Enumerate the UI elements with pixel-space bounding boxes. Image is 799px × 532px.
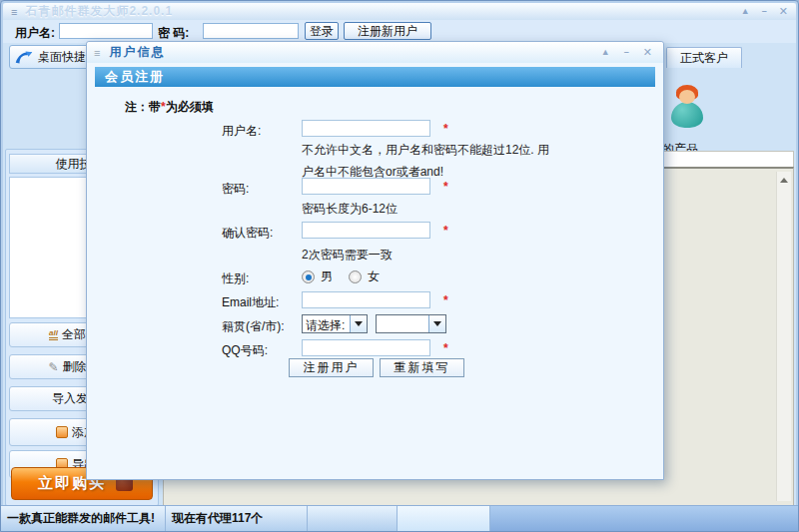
female-label: 女: [368, 268, 380, 285]
reg-username-label: 用户名:: [222, 123, 261, 140]
required-star: *: [443, 122, 448, 136]
chevron-down-icon[interactable]: [428, 315, 445, 332]
username-input[interactable]: [59, 23, 153, 39]
arrow-swoosh-icon: [15, 50, 33, 65]
required-star: *: [443, 341, 448, 355]
status-agent-count: 现在有代理117个: [166, 506, 308, 531]
qq-input[interactable]: [302, 339, 430, 356]
radio-female[interactable]: [349, 270, 362, 283]
desktop-shortcut-label: 桌面快捷: [38, 49, 86, 66]
dialog-minimize-icon[interactable]: –: [624, 48, 629, 57]
customer-person-icon: [668, 85, 708, 131]
dialog-window-controls: ▲ – ✕: [601, 48, 652, 57]
document-icon: [56, 426, 68, 438]
confirm-password-label: 确认密码:: [222, 225, 273, 242]
password-label: 密 码:: [158, 25, 189, 42]
chevron-down-icon[interactable]: [350, 315, 367, 332]
province-selected-value: 请选择:: [303, 315, 350, 332]
app-title: 石青邮件群发大师2.2.0.1: [25, 3, 173, 20]
status-bar: 一款真正能群发的邮件工具! 现在有代理117个: [1, 505, 798, 531]
status-segment-fill: [490, 506, 798, 531]
dialog-menu-icon[interactable]: ≡: [94, 47, 100, 59]
reg-password-label: 密码:: [222, 181, 249, 198]
tab-official-client[interactable]: 正式客户: [666, 47, 742, 68]
required-note: 注：带*为必须填: [125, 99, 214, 116]
required-star: *: [443, 293, 448, 307]
province-select[interactable]: 请选择:: [302, 314, 368, 333]
city-select[interactable]: [376, 314, 446, 333]
username-label: 用户名:: [15, 25, 55, 42]
gender-radio-group: 男 女: [302, 268, 390, 285]
member-register-header: 会员注册: [95, 67, 655, 87]
import-senders-label: 导入发: [52, 390, 88, 407]
all-icon: all: [49, 329, 58, 340]
login-bar: 用户名: 密 码: 登录 注册新用户: [3, 20, 796, 43]
eraser-icon: ✎: [48, 360, 58, 374]
email-label: Email地址:: [222, 294, 279, 311]
refill-button[interactable]: 重新填写: [380, 358, 464, 377]
status-segment-light: [398, 506, 490, 531]
app-window: ≡ 石青邮件群发大师2.2.0.1 ▲ – ✕ 用户名: 密 码: 登录 注册新…: [0, 0, 799, 532]
login-button[interactable]: 登录: [305, 22, 339, 40]
password-input[interactable]: [203, 23, 299, 39]
city-selected-value: [377, 315, 428, 332]
qq-label: QQ号码:: [222, 342, 268, 359]
username-rule-note-1: 不允许中文名，用户名和密码不能超过12位. 用: [302, 142, 549, 159]
radio-male[interactable]: [302, 270, 315, 283]
register-new-user-button[interactable]: 注册新用户: [344, 22, 431, 40]
email-input[interactable]: [302, 291, 430, 308]
rollup-icon[interactable]: ▲: [741, 7, 750, 16]
gender-label: 性别:: [222, 270, 249, 287]
status-slogan: 一款真正能群发的邮件工具!: [1, 506, 166, 531]
dialog-title: 用户信息: [109, 44, 165, 61]
vertical-scrollbar[interactable]: [776, 172, 791, 501]
dialog-titlebar[interactable]: ≡ 用户信息 ▲ – ✕: [87, 42, 663, 63]
scroll-up-icon[interactable]: [778, 173, 791, 187]
confirm-password-input[interactable]: [302, 222, 430, 239]
system-menu-icon[interactable]: ≡: [11, 6, 17, 18]
reg-username-input[interactable]: [302, 120, 430, 137]
register-user-button[interactable]: 注册用户: [289, 358, 374, 377]
hometown-label: 籍贯(省/市):: [222, 318, 285, 335]
confirm-rule-note: 2次密码需要一致: [302, 247, 393, 264]
minimize-icon[interactable]: –: [762, 7, 767, 16]
dialog-rollup-icon[interactable]: ▲: [601, 48, 610, 57]
main-titlebar[interactable]: ≡ 石青邮件群发大师2.2.0.1 ▲ – ✕: [3, 3, 796, 20]
dialog-close-icon[interactable]: ✕: [643, 48, 652, 57]
reg-password-input[interactable]: [302, 178, 430, 195]
user-info-dialog: ≡ 用户信息 ▲ – ✕ 会员注册 注：带*为必须填 用户名: * 不允许中文名…: [86, 41, 664, 480]
window-controls: ▲ – ✕: [741, 7, 788, 16]
required-star: *: [443, 224, 448, 238]
password-rule-note: 密码长度为6-12位: [302, 201, 398, 218]
male-label: 男: [321, 268, 333, 285]
status-segment-empty: [308, 506, 398, 531]
close-icon[interactable]: ✕: [779, 7, 788, 16]
required-star: *: [443, 180, 448, 194]
